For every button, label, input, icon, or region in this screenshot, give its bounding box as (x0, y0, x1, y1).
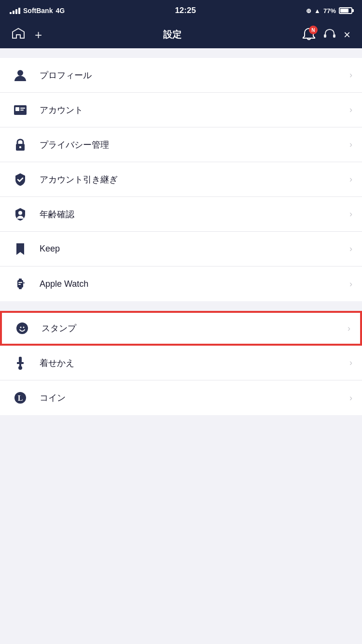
svg-point-17 (20, 327, 22, 328)
settings-item-account[interactable]: アカウント › (0, 93, 362, 127)
chevron-icon: › (349, 70, 352, 80)
coin-icon: L (10, 387, 31, 408)
chevron-icon: › (349, 105, 352, 115)
keep-icon (10, 238, 31, 260)
chevron-icon: › (348, 323, 350, 334)
settings-item-apple-watch[interactable]: Apple Watch › (0, 266, 362, 301)
home-icon[interactable] (12, 28, 25, 42)
settings-item-profile[interactable]: プロフィール › (0, 58, 362, 93)
chevron-icon: › (349, 279, 352, 289)
settings-item-privacy[interactable]: プライバシー管理 › (0, 127, 362, 162)
svg-point-18 (23, 327, 25, 328)
coin-label: コイン (40, 392, 349, 404)
location-icon: ▲ (314, 7, 320, 14)
svg-rect-14 (18, 284, 21, 285)
svg-rect-12 (19, 287, 22, 289)
chevron-icon: › (349, 244, 352, 254)
settings-item-age[interactable]: 年齢確認 › (0, 197, 362, 232)
chevron-icon: › (349, 140, 352, 150)
account-icon (10, 99, 31, 121)
nav-left-icons: + (12, 28, 42, 42)
age-label: 年齢確認 (40, 209, 349, 220)
svg-rect-5 (20, 108, 25, 109)
signal-icon (10, 8, 20, 14)
svg-rect-11 (19, 279, 22, 280)
settings-item-coin[interactable]: L コイン › (0, 380, 362, 415)
status-time: 12:25 (175, 6, 195, 15)
privacy-label: プライバシー管理 (40, 139, 349, 151)
account-label: アカウント (40, 104, 349, 116)
svg-rect-13 (18, 282, 22, 283)
notification-badge: N (309, 26, 318, 34)
svg-rect-22 (19, 364, 21, 367)
bottom-gap (0, 415, 362, 444)
settings-item-transfer[interactable]: アカウント引き継ぎ › (0, 162, 362, 197)
nav-right-icons: N × (302, 28, 350, 42)
section-gap-2 (0, 301, 362, 311)
svg-rect-19 (19, 357, 22, 363)
battery-label: 77% (323, 7, 336, 14)
svg-rect-6 (20, 110, 24, 111)
keep-label: Keep (40, 244, 349, 254)
network-label: 4G (56, 7, 65, 14)
settings-section-1: プロフィール › アカウント › プライバシー管理 › (0, 58, 362, 301)
age-icon (10, 204, 31, 225)
svg-rect-0 (324, 34, 326, 38)
chevron-icon: › (349, 209, 352, 219)
transfer-label: アカウント引き継ぎ (40, 174, 349, 185)
status-left: SoftBank 4G (10, 7, 65, 14)
profile-icon (10, 65, 31, 86)
chevron-icon: › (349, 174, 352, 184)
apple-watch-label: Apple Watch (40, 279, 349, 289)
headphone-icon[interactable] (323, 28, 336, 42)
notification-button[interactable]: N (302, 28, 316, 42)
svg-rect-8 (19, 146, 21, 148)
add-icon[interactable]: + (35, 28, 42, 42)
status-bar: SoftBank 4G 12:25 ⊕ ▲ 77% (0, 0, 362, 21)
watch-icon (10, 273, 31, 294)
status-right: ⊕ ▲ 77% (306, 7, 352, 14)
privacy-icon (10, 134, 31, 155)
section-gap-1 (0, 48, 362, 58)
settings-item-theme[interactable]: 着せかえ › (0, 346, 362, 380)
stamp-icon (12, 318, 33, 339)
svg-point-16 (16, 322, 28, 334)
svg-point-2 (17, 70, 23, 76)
svg-point-9 (18, 211, 22, 215)
battery-icon (339, 7, 352, 14)
svg-rect-15 (23, 282, 25, 283)
svg-rect-1 (333, 34, 335, 38)
svg-rect-4 (15, 107, 19, 111)
theme-label: 着せかえ (40, 357, 349, 369)
settings-item-keep[interactable]: Keep › (0, 232, 362, 266)
settings-section-2: スタンプ › 着せかえ › L コイン › (0, 311, 362, 415)
theme-icon (10, 352, 31, 374)
svg-text:L: L (18, 394, 23, 402)
close-button[interactable]: × (344, 28, 350, 42)
page-title: 設定 (163, 28, 181, 41)
chevron-icon: › (349, 358, 352, 368)
transfer-icon (10, 169, 31, 190)
lock-icon: ⊕ (306, 7, 311, 14)
profile-label: プロフィール (40, 70, 349, 81)
settings-item-stamp[interactable]: スタンプ › (0, 311, 362, 346)
chevron-icon: › (349, 393, 352, 403)
stamp-label: スタンプ (42, 322, 348, 334)
carrier-label: SoftBank (23, 7, 53, 14)
top-nav: + 設定 N × (0, 21, 362, 48)
